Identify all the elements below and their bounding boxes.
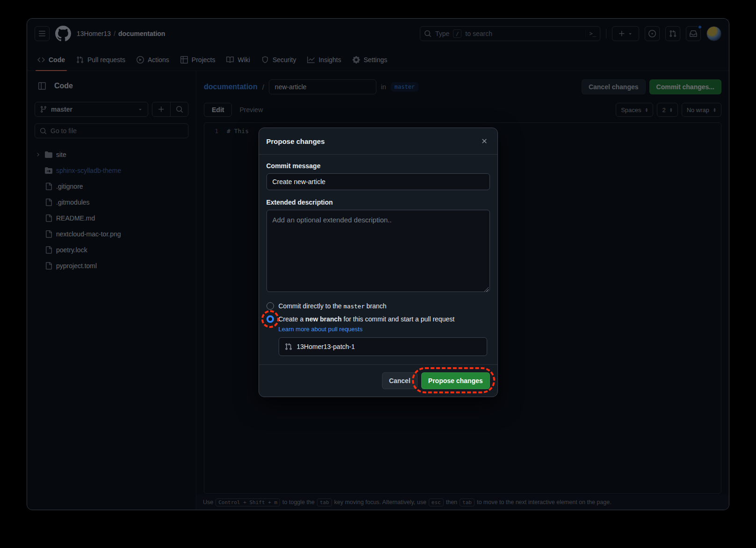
label-text: branch [367,302,387,310]
dialog-header: Propose changes [259,128,497,155]
dialog-body: Commit message Extended description Comm… [259,155,497,364]
label-text: Commit directly to the [279,302,342,310]
modal-layer: Propose changes Commit message Extended … [27,19,729,510]
new-branch-name-field[interactable]: 13Homer13-patch-1 [279,337,487,356]
extended-description-textarea[interactable] [266,210,490,292]
label-bold-text: new branch [305,315,342,323]
dialog-title: Propose changes [266,137,325,145]
desktop-background: 13Homer13 / documentation Type / to sear… [0,0,756,548]
label-text: Create a [279,315,304,323]
git-pull-request-icon [285,343,292,350]
commit-direct-label: Commit directly to the master branch [279,302,387,310]
cancel-button[interactable]: Cancel [382,372,418,389]
commit-message-label: Commit message [266,162,490,170]
propose-changes-button[interactable]: Propose changes [421,372,490,389]
extended-description-wrap [266,210,490,294]
learn-more-link[interactable]: Learn more about pull requests [279,326,490,333]
radio-unselected-icon[interactable] [266,302,274,310]
label-text: for this commit and start a pull request [344,315,454,323]
extended-description-label: Extended description [266,199,490,206]
radio-selected-icon[interactable] [266,315,274,323]
commit-message-input[interactable] [266,173,490,190]
dialog-footer: Cancel Propose changes [259,364,497,397]
new-branch-name-value: 13Homer13-patch-1 [297,343,355,350]
propose-button-wrap: Propose changes [421,372,490,389]
create-branch-option[interactable]: Create a new branch for this commit and … [266,315,490,323]
branch-name-mono: master [344,303,365,310]
propose-changes-dialog: Propose changes Commit message Extended … [259,128,498,397]
close-icon[interactable] [479,135,490,147]
create-branch-label: Create a new branch for this commit and … [279,315,455,323]
commit-direct-option[interactable]: Commit directly to the master branch [266,302,490,310]
github-browser-window: 13Homer13 / documentation Type / to sear… [27,18,729,510]
resize-grip-icon[interactable] [483,286,489,292]
